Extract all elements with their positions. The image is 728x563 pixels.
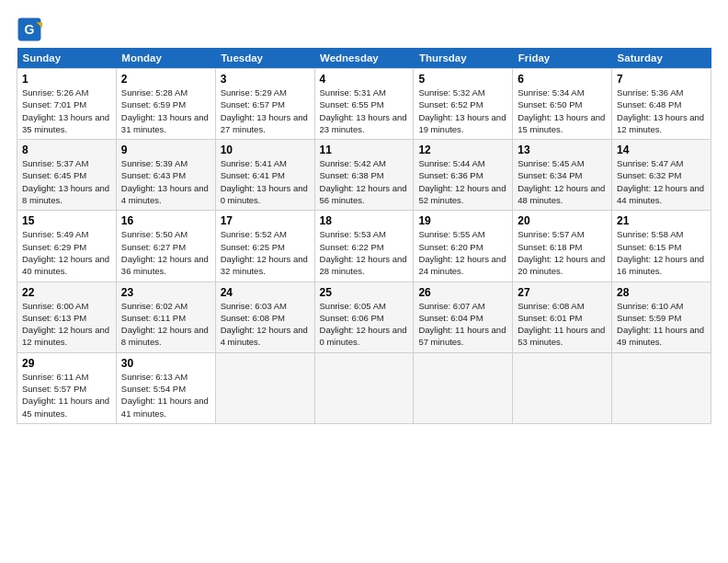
calendar-week-row: 22Sunrise: 6:00 AMSunset: 6:13 PMDayligh… — [17, 282, 711, 352]
calendar-day-cell: 2Sunrise: 5:28 AMSunset: 6:59 PMDaylight… — [116, 69, 215, 140]
calendar-day-cell: 19Sunrise: 5:55 AMSunset: 6:20 PMDayligh… — [414, 211, 513, 282]
day-number: 22 — [22, 286, 111, 299]
calendar-day-cell: 12Sunrise: 5:44 AMSunset: 6:36 PMDayligh… — [414, 140, 513, 211]
day-number: 1 — [22, 73, 111, 86]
calendar-header: SundayMondayTuesdayWednesdayThursdayFrid… — [17, 48, 711, 69]
header-day: Wednesday — [314, 48, 414, 69]
calendar-day-cell: 23Sunrise: 6:02 AMSunset: 6:11 PMDayligh… — [116, 282, 215, 352]
day-number: 3 — [221, 73, 310, 86]
day-info: Sunrise: 5:57 AMSunset: 6:18 PMDaylight:… — [518, 228, 607, 277]
day-number: 19 — [418, 214, 507, 227]
calendar-day-cell: 8Sunrise: 5:37 AMSunset: 6:45 PMDaylight… — [17, 140, 117, 211]
day-info: Sunrise: 6:11 AMSunset: 5:57 PMDaylight:… — [22, 371, 111, 419]
calendar-day-cell: 9Sunrise: 5:39 AMSunset: 6:43 PMDaylight… — [116, 140, 215, 211]
day-number: 16 — [121, 214, 210, 227]
day-info: Sunrise: 5:36 AMSunset: 6:48 PMDaylight:… — [617, 86, 706, 135]
calendar-day-cell: 25Sunrise: 6:05 AMSunset: 6:06 PMDayligh… — [314, 282, 414, 352]
day-info: Sunrise: 5:47 AMSunset: 6:32 PMDaylight:… — [617, 157, 706, 206]
day-info: Sunrise: 6:05 AMSunset: 6:06 PMDaylight:… — [320, 300, 409, 349]
day-info: Sunrise: 5:58 AMSunset: 6:15 PMDaylight:… — [617, 228, 706, 277]
day-number: 15 — [22, 214, 111, 227]
day-number: 9 — [121, 144, 210, 156]
calendar-week-row: 15Sunrise: 5:49 AMSunset: 6:29 PMDayligh… — [17, 211, 711, 282]
calendar-day-cell: 26Sunrise: 6:07 AMSunset: 6:04 PMDayligh… — [414, 282, 513, 352]
day-info: Sunrise: 6:13 AMSunset: 5:54 PMDaylight:… — [121, 371, 210, 419]
day-info: Sunrise: 5:31 AMSunset: 6:55 PMDaylight:… — [320, 86, 409, 135]
day-number: 20 — [518, 214, 607, 227]
day-number: 24 — [221, 286, 310, 299]
calendar-day-cell: 3Sunrise: 5:29 AMSunset: 6:57 PMDaylight… — [215, 69, 314, 140]
day-info: Sunrise: 5:26 AMSunset: 7:01 PMDaylight:… — [22, 86, 111, 135]
calendar-body: 1Sunrise: 5:26 AMSunset: 7:01 PMDaylight… — [17, 69, 711, 424]
header-day: Saturday — [612, 48, 711, 69]
calendar-table: SundayMondayTuesdayWednesdayThursdayFrid… — [17, 48, 711, 424]
day-number: 27 — [518, 286, 607, 299]
day-number: 26 — [418, 286, 507, 299]
calendar-week-row: 8Sunrise: 5:37 AMSunset: 6:45 PMDaylight… — [17, 140, 711, 211]
day-number: 12 — [418, 144, 507, 156]
day-info: Sunrise: 5:52 AMSunset: 6:25 PMDaylight:… — [221, 228, 310, 277]
calendar-day-cell — [314, 352, 414, 423]
calendar-day-cell: 7Sunrise: 5:36 AMSunset: 6:48 PMDaylight… — [612, 69, 711, 140]
svg-text:G: G — [25, 22, 35, 37]
header-row: SundayMondayTuesdayWednesdayThursdayFrid… — [17, 48, 711, 69]
day-number: 29 — [22, 357, 111, 370]
day-number: 28 — [617, 286, 706, 299]
header-day: Monday — [116, 48, 215, 69]
day-number: 14 — [617, 144, 706, 156]
day-info: Sunrise: 5:45 AMSunset: 6:34 PMDaylight:… — [518, 157, 607, 206]
calendar-page: G SundayMondayTuesdayWednesdayThursdayFr… — [0, 0, 728, 563]
calendar-day-cell — [612, 352, 711, 423]
calendar-day-cell: 6Sunrise: 5:34 AMSunset: 6:50 PMDaylight… — [513, 69, 612, 140]
calendar-day-cell: 27Sunrise: 6:08 AMSunset: 6:01 PMDayligh… — [513, 282, 612, 352]
day-number: 2 — [121, 73, 210, 86]
calendar-week-row: 29Sunrise: 6:11 AMSunset: 5:57 PMDayligh… — [17, 352, 711, 423]
day-number: 18 — [320, 214, 409, 227]
day-info: Sunrise: 5:37 AMSunset: 6:45 PMDaylight:… — [22, 157, 111, 206]
calendar-day-cell: 16Sunrise: 5:50 AMSunset: 6:27 PMDayligh… — [116, 211, 215, 282]
calendar-day-cell: 1Sunrise: 5:26 AMSunset: 7:01 PMDaylight… — [17, 69, 117, 140]
day-number: 17 — [221, 214, 310, 227]
header-day: Tuesday — [215, 48, 314, 69]
calendar-day-cell: 24Sunrise: 6:03 AMSunset: 6:08 PMDayligh… — [215, 282, 314, 352]
calendar-day-cell: 10Sunrise: 5:41 AMSunset: 6:41 PMDayligh… — [215, 140, 314, 211]
header-day: Friday — [513, 48, 612, 69]
calendar-day-cell: 21Sunrise: 5:58 AMSunset: 6:15 PMDayligh… — [612, 211, 711, 282]
day-info: Sunrise: 6:10 AMSunset: 5:59 PMDaylight:… — [617, 300, 706, 349]
day-info: Sunrise: 5:42 AMSunset: 6:38 PMDaylight:… — [320, 157, 409, 206]
calendar-week-row: 1Sunrise: 5:26 AMSunset: 7:01 PMDaylight… — [17, 69, 711, 140]
day-info: Sunrise: 5:55 AMSunset: 6:20 PMDaylight:… — [418, 228, 507, 277]
day-info: Sunrise: 6:00 AMSunset: 6:13 PMDaylight:… — [22, 300, 111, 349]
calendar-day-cell: 14Sunrise: 5:47 AMSunset: 6:32 PMDayligh… — [612, 140, 711, 211]
day-info: Sunrise: 5:50 AMSunset: 6:27 PMDaylight:… — [121, 228, 210, 277]
calendar-day-cell: 22Sunrise: 6:00 AMSunset: 6:13 PMDayligh… — [17, 282, 117, 352]
calendar-day-cell: 30Sunrise: 6:13 AMSunset: 5:54 PMDayligh… — [116, 352, 215, 423]
day-number: 10 — [221, 144, 310, 156]
day-info: Sunrise: 5:49 AMSunset: 6:29 PMDaylight:… — [22, 228, 111, 277]
calendar-day-cell: 15Sunrise: 5:49 AMSunset: 6:29 PMDayligh… — [17, 211, 117, 282]
day-info: Sunrise: 5:29 AMSunset: 6:57 PMDaylight:… — [221, 86, 310, 135]
day-number: 6 — [518, 73, 607, 86]
header: G — [17, 17, 711, 42]
day-number: 21 — [617, 214, 706, 227]
day-number: 25 — [320, 286, 409, 299]
day-info: Sunrise: 5:39 AMSunset: 6:43 PMDaylight:… — [121, 157, 210, 206]
header-day: Thursday — [414, 48, 513, 69]
day-number: 8 — [22, 144, 111, 156]
calendar-day-cell — [215, 352, 314, 423]
day-number: 4 — [320, 73, 409, 86]
day-number: 7 — [617, 73, 706, 86]
calendar-day-cell: 28Sunrise: 6:10 AMSunset: 5:59 PMDayligh… — [612, 282, 711, 352]
calendar-day-cell: 20Sunrise: 5:57 AMSunset: 6:18 PMDayligh… — [513, 211, 612, 282]
day-info: Sunrise: 6:02 AMSunset: 6:11 PMDaylight:… — [121, 300, 210, 349]
calendar-day-cell: 13Sunrise: 5:45 AMSunset: 6:34 PMDayligh… — [513, 140, 612, 211]
day-info: Sunrise: 6:03 AMSunset: 6:08 PMDaylight:… — [221, 300, 310, 349]
calendar-day-cell: 29Sunrise: 6:11 AMSunset: 5:57 PMDayligh… — [17, 352, 117, 423]
day-info: Sunrise: 6:07 AMSunset: 6:04 PMDaylight:… — [418, 300, 507, 349]
day-number: 30 — [121, 357, 210, 370]
calendar-day-cell: 11Sunrise: 5:42 AMSunset: 6:38 PMDayligh… — [314, 140, 414, 211]
day-info: Sunrise: 5:28 AMSunset: 6:59 PMDaylight:… — [121, 86, 210, 135]
calendar-day-cell: 4Sunrise: 5:31 AMSunset: 6:55 PMDaylight… — [314, 69, 414, 140]
day-number: 5 — [418, 73, 507, 86]
day-info: Sunrise: 6:08 AMSunset: 6:01 PMDaylight:… — [518, 300, 607, 349]
